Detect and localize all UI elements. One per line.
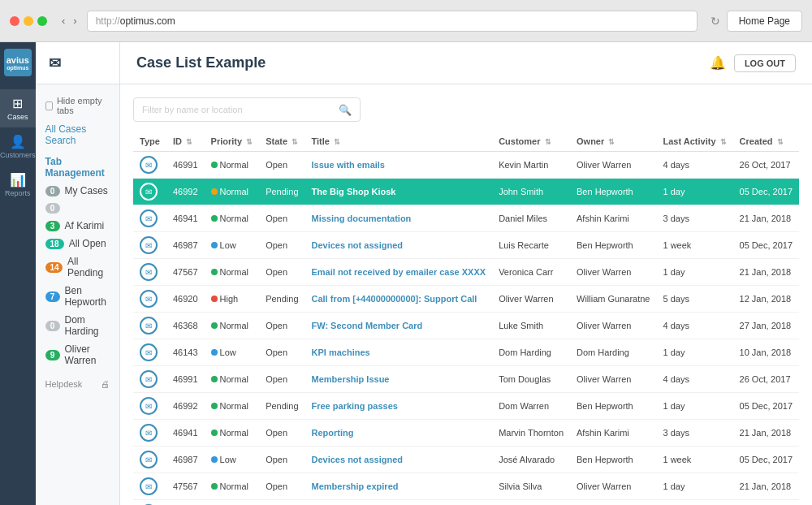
priority-cell: Normal xyxy=(205,420,260,447)
customer-cell: Luke Smith xyxy=(492,313,570,339)
customer-cell: Daniel Miles xyxy=(492,205,570,232)
logo: avius optimus xyxy=(4,49,32,76)
case-title-link[interactable]: Membership expired xyxy=(312,481,399,491)
column-header[interactable]: Title ⇅ xyxy=(305,132,493,152)
table-row[interactable]: ✉ 46920 High Pending Call from [+4400000… xyxy=(133,286,799,313)
helpdesk-label: Helpdesk xyxy=(45,379,83,389)
search-bar[interactable]: Filter by name or location 🔍 xyxy=(133,97,361,122)
column-header[interactable]: Customer ⇅ xyxy=(492,132,570,152)
table-row[interactable]: ✉ 47567 Normal Open Email not received b… xyxy=(133,259,799,286)
column-header[interactable]: ID ⇅ xyxy=(166,132,205,152)
title-cell[interactable]: Reporting xyxy=(305,420,493,447)
case-title-link[interactable]: Call from [+44000000000]: Support Call xyxy=(312,294,477,304)
case-title-link[interactable]: Devices not assigned xyxy=(312,455,404,464)
sort-arrow: ⇅ xyxy=(608,138,615,146)
hide-empty-checkbox[interactable] xyxy=(45,101,53,110)
email-icon: ✉ xyxy=(140,397,158,415)
case-title-link[interactable]: KPI machines xyxy=(312,347,370,357)
my-cases-item[interactable]: 0 My Cases xyxy=(36,182,120,200)
column-header[interactable]: Owner ⇅ xyxy=(570,132,656,152)
state-cell: Open xyxy=(259,366,304,393)
type-cell: ✉ xyxy=(133,447,166,473)
sidebar-item-customers[interactable]: 👤 Customers xyxy=(0,127,36,166)
case-title-link[interactable]: Membership Issue xyxy=(312,374,390,384)
table-row[interactable]: ✉ 46991 Normal Open Issue with emails Ke… xyxy=(133,152,799,179)
table-row[interactable]: ✉ 46987 Low Open Devices not assigned Lu… xyxy=(133,232,799,259)
title-cell[interactable]: FW: Second Member Card xyxy=(305,313,493,339)
case-title-link[interactable]: Devices not assigned xyxy=(312,240,404,250)
url-bar[interactable]: http:// optimus.com xyxy=(87,11,698,32)
my-cases-badge: 0 xyxy=(45,186,60,196)
refresh-icon[interactable]: ↻ xyxy=(710,15,720,28)
agent-item[interactable]: 3Af Karimi xyxy=(36,217,120,235)
maximize-button[interactable] xyxy=(37,16,47,26)
customer-cell: Dom Harding xyxy=(492,339,570,366)
case-title-link[interactable]: The Big Shop Kiosk xyxy=(312,187,396,196)
title-cell[interactable]: Free parking passes xyxy=(305,393,493,420)
case-title-link[interactable]: Email not received by emailer case XXXX xyxy=(312,267,486,277)
forward-arrow[interactable]: › xyxy=(70,13,80,28)
title-cell[interactable]: Devices not assigned xyxy=(305,232,493,259)
title-cell[interactable]: Membership expired xyxy=(305,473,493,500)
minimize-button[interactable] xyxy=(24,16,33,26)
id-cell: 46941 xyxy=(166,420,205,447)
agent-item[interactable]: 7Ben Hepworth xyxy=(36,282,120,311)
title-cell[interactable]: KPI machines xyxy=(305,339,493,366)
title-cell[interactable]: Issue with emails xyxy=(305,152,493,179)
type-cell: ✉ xyxy=(133,339,166,366)
table-row[interactable]: ✉ 46941 Normal Open Missing documentatio… xyxy=(133,205,799,232)
id-cell: 46987 xyxy=(166,447,205,473)
title-cell[interactable]: Group visit next week xyxy=(305,500,493,506)
table-row[interactable]: ✉ 46143 Low Open KPI machines Dom Hardin… xyxy=(133,339,799,366)
column-header: Type xyxy=(133,132,166,152)
priority-cell: Low xyxy=(205,232,260,259)
title-cell[interactable]: Devices not assigned xyxy=(305,447,493,473)
state-cell: Pending xyxy=(259,179,304,205)
agent-item[interactable]: 14All Pending xyxy=(36,252,120,282)
all-cases-search-link[interactable]: All Cases Search xyxy=(36,120,120,149)
agent-item[interactable]: 18All Open xyxy=(36,235,120,252)
table-row[interactable]: ✉ 46941 Normal Open Reporting Marvin Tho… xyxy=(133,420,799,447)
last-activity-cell: 1 week xyxy=(657,232,733,259)
agent-item[interactable]: 0Dom Harding xyxy=(36,311,120,340)
table-row[interactable]: ✉ 46992 Normal Pending The Big Shop Kios… xyxy=(133,179,799,205)
case-title-link[interactable]: Missing documentation xyxy=(312,214,412,223)
column-header[interactable]: Created ⇅ xyxy=(733,132,799,152)
table-row[interactable]: ✉ 46920 High Pending Group visit next we… xyxy=(133,500,799,506)
agent-item[interactable]: 9Oliver Warren xyxy=(36,340,120,369)
agent-badge: 18 xyxy=(45,239,64,249)
sidebar-item-reports[interactable]: 📊 Reports xyxy=(0,166,36,204)
case-title-link[interactable]: Issue with emails xyxy=(312,160,385,170)
table-row[interactable]: ✉ 46987 Low Open Devices not assigned Jo… xyxy=(133,447,799,473)
column-header[interactable]: Priority ⇅ xyxy=(205,132,260,152)
logout-button[interactable]: LOG OUT xyxy=(734,54,796,72)
title-cell[interactable]: The Big Shop Kiosk xyxy=(305,179,493,205)
customer-cell: John Smith xyxy=(492,179,570,205)
table-row[interactable]: ✉ 46368 Normal Open FW: Second Member Ca… xyxy=(133,313,799,339)
case-title-link[interactable]: Reporting xyxy=(312,428,354,438)
title-cell[interactable]: Membership Issue xyxy=(305,366,493,393)
sidebar-item-cases[interactable]: ⊞ Cases xyxy=(0,89,36,127)
state-cell: Open xyxy=(259,313,304,339)
table-row[interactable]: ✉ 47567 Normal Open Membership expired S… xyxy=(133,473,799,500)
priority-cell: Normal xyxy=(205,152,260,179)
hide-empty-tabs-row[interactable]: Hide empty tabs xyxy=(36,91,120,120)
case-title-link[interactable]: Free parking passes xyxy=(312,401,398,411)
priority-dot xyxy=(211,403,218,409)
home-page-button[interactable]: Home Page xyxy=(727,11,802,32)
title-cell[interactable]: Missing documentation xyxy=(305,205,493,232)
bell-icon[interactable]: 🔔 xyxy=(710,55,726,71)
column-header[interactable]: State ⇅ xyxy=(259,132,304,152)
helpdesk-icon: 🖨 xyxy=(101,379,110,389)
title-bar: ‹ › http:// optimus.com ↻ Home Page xyxy=(0,0,812,42)
column-header[interactable]: Last Activity ⇅ xyxy=(657,132,733,152)
table-row[interactable]: ✉ 46992 Normal Pending Free parking pass… xyxy=(133,393,799,420)
title-cell[interactable]: Email not received by emailer case XXXX xyxy=(305,259,493,286)
email-icon: ✉ xyxy=(140,343,158,361)
id-cell: 46143 xyxy=(166,339,205,366)
table-row[interactable]: ✉ 46991 Normal Open Membership Issue Tom… xyxy=(133,366,799,393)
case-title-link[interactable]: FW: Second Member Card xyxy=(312,321,423,330)
close-button[interactable] xyxy=(10,16,19,26)
title-cell[interactable]: Call from [+44000000000]: Support Call xyxy=(305,286,493,313)
back-arrow[interactable]: ‹ xyxy=(58,13,68,28)
